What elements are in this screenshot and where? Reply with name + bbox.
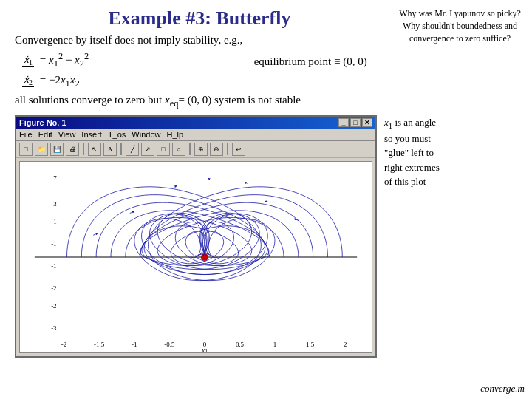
toolbar-line[interactable]: ╱ <box>126 143 139 156</box>
toolbar-separator-1 <box>83 143 84 155</box>
toolbar-rect[interactable]: □ <box>157 143 170 156</box>
equation-2: ẋ2 = −2x1x2 <box>22 74 89 89</box>
toolbar-arrow2[interactable]: ↗ <box>141 143 154 156</box>
figure-window: Figure No. 1 _ □ ✕ File Edit View Insert… <box>15 115 377 358</box>
svg-point-21 <box>201 253 208 261</box>
toolbar-separator-3 <box>189 143 191 155</box>
figure-title: Figure No. 1 <box>19 118 66 127</box>
menu-help[interactable]: H_lp <box>166 130 183 139</box>
svg-text:7: 7 <box>53 174 57 182</box>
svg-text:3: 3 <box>53 200 57 208</box>
maximize-button[interactable]: □ <box>350 118 361 127</box>
svg-text:-1: -1 <box>51 262 56 270</box>
svg-text:-2: -2 <box>51 302 56 310</box>
solutions-text: all solutions converge to zero but xeq= … <box>15 94 517 109</box>
svg-text:-2: -2 <box>61 341 66 348</box>
toolbar-save[interactable]: 💾 <box>50 143 64 156</box>
converge-note: converge.m <box>480 383 525 395</box>
svg-text:-1.5: -1.5 <box>94 341 105 348</box>
toolbar-zoom-in[interactable]: ⊕ <box>194 143 208 156</box>
toolbar-circle[interactable]: ○ <box>172 143 185 156</box>
svg-text:x₁: x₁ <box>201 347 208 352</box>
toolbar-print[interactable]: 🖨 <box>66 143 79 156</box>
top-right-note: Why was Mr. Lyapunov so picky? Why shoul… <box>395 7 525 44</box>
svg-text:-1: -1 <box>51 240 56 248</box>
svg-text:0.5: 0.5 <box>236 341 245 348</box>
equilibrium-text: equilibrium point ≡ (0, 0) <box>254 55 367 68</box>
figure-plot-area: 7 3 1 -1 -1 -2 -2 -3 -2 -1.5 -1 -0.5 0 0… <box>19 161 372 353</box>
svg-text:2: 2 <box>344 341 347 348</box>
menu-view[interactable]: View <box>58 130 76 139</box>
equations-area: ẋ1 = x12 − x22 ẋ2 = −2x1x2 equilibrium p… <box>15 50 517 91</box>
svg-text:-3: -3 <box>51 324 57 332</box>
main-content: Figure No. 1 _ □ ✕ File Edit View Insert… <box>15 115 517 358</box>
toolbar-separator-2 <box>120 143 122 155</box>
menu-file[interactable]: File <box>19 130 33 139</box>
svg-text:-1: -1 <box>132 341 137 348</box>
window-controls: _ □ ✕ <box>338 118 372 127</box>
toolbar-open[interactable]: 📁 <box>35 143 48 156</box>
menu-tools[interactable]: T_os <box>108 130 126 139</box>
toolbar-arrow[interactable]: ↖ <box>88 143 101 156</box>
minimize-button[interactable]: _ <box>338 118 349 127</box>
svg-text:1.5: 1.5 <box>306 341 315 348</box>
equations: ẋ1 = x12 − x22 ẋ2 = −2x1x2 <box>15 50 103 91</box>
toolbar-text[interactable]: A <box>103 143 117 156</box>
window-menubar: File Edit View Insert T_os Window H_lp <box>16 129 375 141</box>
page: Why was Mr. Lyapunov so picky? Why shoul… <box>0 0 532 399</box>
window-titlebar: Figure No. 1 _ □ ✕ <box>16 117 375 129</box>
svg-text:1: 1 <box>53 218 56 225</box>
menu-window[interactable]: Window <box>132 130 160 139</box>
window-toolbar: □ 📁 💾 🖨 ↖ A ╱ ↗ □ ○ ⊕ ⊖ ↩ <box>16 141 375 158</box>
menu-insert[interactable]: Insert <box>81 130 102 139</box>
toolbar-new[interactable]: □ <box>19 143 33 156</box>
equation-1: ẋ1 = x12 − x22 <box>22 51 89 69</box>
angle-note: x1 is an angle so you must "glue" left t… <box>384 115 517 189</box>
right-side-notes: x1 is an angle so you must "glue" left t… <box>384 115 517 189</box>
svg-text:1: 1 <box>273 341 276 348</box>
svg-text:-2: -2 <box>51 284 56 292</box>
toolbar-zoom-out[interactable]: ⊖ <box>210 143 223 156</box>
plot-svg: 7 3 1 -1 -1 -2 -2 -3 -2 -1.5 -1 -0.5 0 0… <box>20 162 372 352</box>
svg-text:-0.5: -0.5 <box>164 341 175 348</box>
close-button[interactable]: ✕ <box>362 118 372 127</box>
toolbar-undo[interactable]: ↩ <box>232 143 245 156</box>
toolbar-separator-4 <box>227 143 228 155</box>
menu-edit[interactable]: Edit <box>38 130 52 139</box>
